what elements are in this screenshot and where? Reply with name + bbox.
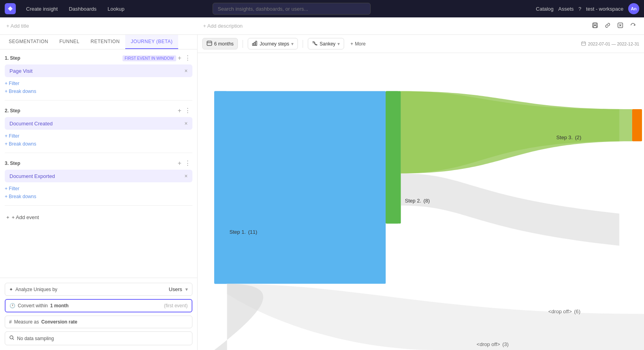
step-2-label: 2. Step [5, 108, 176, 114]
step-3-add-button[interactable]: + [176, 159, 183, 167]
svg-text:<drop off>
          (3): <drop off> (3) [476, 341, 508, 347]
journey-steps-button[interactable]: Journey steps ▾ [248, 38, 298, 49]
step-1-menu-button[interactable]: ⋮ [183, 54, 192, 62]
step-2-add-button[interactable]: + [176, 107, 183, 115]
add-event-label: + Add event [12, 214, 39, 220]
step-3-label: 3. Step [5, 161, 176, 166]
sampling-row[interactable]: No data sampling [5, 331, 192, 345]
catalog-button[interactable]: Catalog [536, 6, 554, 12]
journey-steps-label: Journey steps [260, 41, 289, 47]
step-2-divider [5, 153, 192, 153]
right-panel: 6 months Journey steps ▾ [198, 35, 644, 350]
step-3-menu-button[interactable]: ⋮ [183, 159, 192, 167]
step-2-section: 2. Step + ⋮ Document Created × + Filter … [5, 107, 192, 153]
save-button[interactable] [590, 21, 600, 31]
step-3-event-name: Document Exported [9, 173, 55, 179]
tab-retention[interactable]: RETENTION [85, 35, 125, 49]
step-2-event-name: Document Created [9, 121, 53, 127]
avatar[interactable]: An [628, 3, 639, 14]
step-2-event: Document Created × [5, 117, 192, 130]
refresh-button[interactable] [628, 21, 638, 31]
calendar-icon [207, 40, 212, 47]
step-1-add-button[interactable]: + [176, 54, 183, 62]
close-window-button[interactable] [616, 21, 625, 31]
svg-text:Step 3.
          (2): Step 3. (2) [556, 134, 581, 140]
search-input[interactable] [213, 3, 371, 15]
more-label: More [355, 41, 365, 47]
svg-rect-10 [582, 42, 586, 45]
add-description-button[interactable]: + Add description [203, 23, 584, 29]
step-1-breakdown-button[interactable]: + Break downs [5, 87, 36, 95]
analyze-uniques-row[interactable]: ✦ Analyze Uniques by Users Sessions ▾ [5, 283, 192, 296]
chart-toolbar: 6 months Journey steps ▾ [198, 35, 644, 53]
svg-rect-15 [632, 109, 642, 141]
step-2-menu-button[interactable]: ⋮ [183, 107, 192, 115]
months-selector-button[interactable]: 6 months [202, 38, 238, 49]
convert-within-row[interactable]: 🕐 Convert within 1 month (first event) [5, 299, 192, 312]
step-1-section: 1. Step FIRST EVENT IN WINDOW + ⋮ Page V… [5, 54, 192, 100]
nav-right-area: Catalog Assets ? test - workspace An [536, 3, 639, 14]
svg-point-5 [10, 336, 13, 339]
step-1-event-name: Page Visit [9, 68, 32, 74]
more-button[interactable]: + More [347, 39, 369, 49]
step-1-close-button[interactable]: × [185, 68, 188, 74]
help-button[interactable]: ? [578, 6, 581, 12]
step-2-filter-button[interactable]: + Filter [5, 132, 19, 140]
sparkle-icon: ✦ [9, 287, 13, 292]
top-navigation: Create insight Dashboards Lookup Catalog… [0, 0, 644, 17]
step-2-breakdown-button[interactable]: + Break downs [5, 140, 36, 148]
add-event-button[interactable]: + + Add event [5, 212, 41, 223]
date-range: 2022-07-01 — 2022-12-31 [581, 41, 639, 47]
sankey-chart-area: Step 1. (11) Step 2. (8) Step 3. (2) <dr… [198, 53, 644, 350]
bottom-config-panel: ✦ Analyze Uniques by Users Sessions ▾ 🕐 … [0, 278, 197, 350]
assets-button[interactable]: Assets [558, 6, 574, 12]
title-actions [590, 21, 638, 31]
step-1-event: Page Visit × [5, 64, 192, 77]
dashboards-button[interactable]: Dashboards [65, 4, 100, 14]
lookup-button[interactable]: Lookup [104, 4, 128, 14]
date-range-calendar-icon [581, 41, 586, 47]
sampling-label: No data sampling [9, 335, 54, 342]
tab-funnel[interactable]: FUNNEL [54, 35, 85, 49]
link-button[interactable] [603, 21, 612, 31]
step-1-filter-button[interactable]: + Filter [5, 79, 19, 87]
analyze-label: ✦ Analyze Uniques by [9, 287, 94, 292]
date-range-label: 2022-07-01 — 2022-12-31 [588, 42, 639, 46]
left-panel: SEGMENTATION FUNNEL RETENTION JOURNEY (b… [0, 35, 198, 350]
measure-label: # Measure as Conversion rate [9, 319, 188, 325]
step-3-breakdown-button[interactable]: + Break downs [5, 193, 36, 201]
title-bar: + Add title + Add description [0, 17, 644, 35]
step-1-label: 1. Step [5, 55, 122, 61]
create-insight-button[interactable]: Create insight [22, 4, 62, 14]
step-1-header: 1. Step FIRST EVENT IN WINDOW + ⋮ [5, 54, 192, 62]
main-layout: SEGMENTATION FUNNEL RETENTION JOURNEY (b… [0, 35, 644, 350]
sankey-button[interactable]: Sankey ▾ [308, 38, 344, 49]
convert-label: 🕐 Convert within 1 month [9, 303, 162, 308]
clock-icon: 🕐 [9, 303, 15, 308]
hash-icon: # [9, 319, 12, 325]
step-3-section: 3. Step + ⋮ Document Exported × + Filter… [5, 159, 192, 206]
add-title-button[interactable]: + Add title [6, 23, 197, 29]
svg-text:Step 1.
          (11): Step 1. (11) [230, 229, 258, 235]
toolbar-separator-2 [303, 40, 303, 48]
sankey-diagram: Step 1. (11) Step 2. (8) Step 3. (2) <dr… [198, 53, 644, 350]
search-icon [9, 335, 15, 342]
svg-rect-8 [254, 42, 255, 45]
app-logo[interactable] [5, 3, 16, 14]
svg-text:<drop off>
          (6): <drop off> (6) [548, 308, 580, 314]
step-3-close-button[interactable]: × [185, 173, 188, 179]
svg-rect-9 [256, 41, 257, 45]
tab-journey[interactable]: JOURNEY (beta) [125, 35, 178, 49]
svg-rect-12 [214, 91, 386, 284]
step-3-event: Document Exported × [5, 170, 192, 182]
step-3-header: 3. Step + ⋮ [5, 159, 192, 167]
tab-segmentation[interactable]: SEGMENTATION [3, 35, 54, 49]
analyze-select[interactable]: Users Sessions [97, 286, 182, 292]
svg-rect-3 [593, 26, 597, 28]
measure-row[interactable]: # Measure as Conversion rate [5, 316, 192, 328]
step-3-filter-button[interactable]: + Filter [5, 185, 19, 193]
svg-rect-2 [594, 23, 596, 25]
step-2-close-button[interactable]: × [185, 120, 188, 127]
convert-sub: (first event) [164, 303, 188, 308]
chevron-down-icon: ▾ [185, 286, 188, 292]
